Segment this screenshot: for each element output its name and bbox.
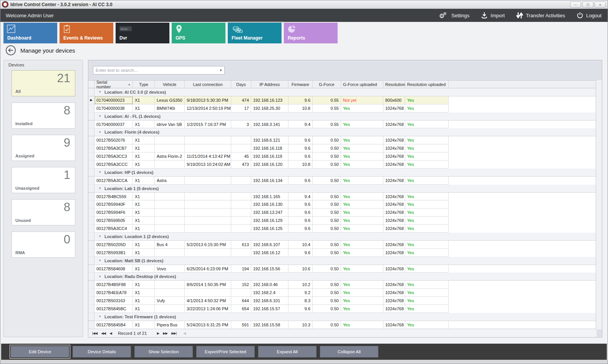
cell-type: X1 [133,121,155,129]
device-filter-card-assigned[interactable]: 9Assigned [12,135,75,161]
group-row-location-lab-1-5-devices[interactable]: ▼Location: Lab 1 (5 devices) [88,185,596,193]
topbar-action-import[interactable]: Import [481,12,505,19]
device-row[interactable]: 00127B5845B4X1Pipera Bus5/24/2013 6:31:2… [88,321,596,329]
device-row[interactable]: 00127B59940FX1192.168.16.1309.60.50Yes10… [88,200,596,208]
column-header-resolution[interactable]: Resolution [383,81,405,88]
device-row[interactable]: 00127B5993B1X1192.168.16.129.60.50Yes102… [88,249,596,257]
tab-fleet-manager[interactable]: Fleet Manager [228,23,282,43]
cell-firmware: 9.6 [288,200,313,208]
collapse-group-icon[interactable]: ▼ [98,131,101,134]
column-header-last-connection[interactable]: Last connection [185,81,231,88]
device-row[interactable]: 00127B5A3CC3X1Astra Florin-211/21/2014 4… [88,152,596,160]
device-row[interactable]: 00127B5A3CCAX1Astra192.168.16.1349.60.50… [88,177,596,185]
column-header-serial-number[interactable]: Serial number▲ [94,81,133,88]
device-row[interactable]: 00127B584608X1Vovo6/25/2014 6:23:09 PM19… [88,265,596,273]
tab-reports[interactable]: Reports [284,23,338,43]
device-row[interactable]: 00127B4B5F88X18/6/2014 1:50:35 PM152192.… [88,281,596,289]
first-record-button[interactable]: |◀◀ [92,331,97,335]
expand-all-button[interactable]: Expand All [258,346,316,357]
column-header-vehicle[interactable]: Vehicle [155,81,185,88]
tab-events-reviews[interactable]: Events & Reviews [60,23,113,43]
column-header-g-force[interactable]: G-Force [313,81,341,88]
tab-dvr[interactable]: MERGEDvr [116,23,169,43]
collapse-group-icon[interactable]: ▼ [98,259,101,262]
last-record-button[interactable]: ▶▶| [171,331,176,335]
column-header-ip-address[interactable]: IP Address [251,81,288,88]
topbar-action-transfer-activities[interactable]: Transfer Activities [516,12,565,19]
device-row[interactable]: 017040000037X1idrive Van SB1/2/2015 7:16… [88,121,596,129]
cell-gforce: 0.50 [313,160,341,169]
device-filter-card-unused[interactable]: 8Unused [12,199,75,225]
device-row[interactable]: 00127B5A3CB7X1192.168.16.1189.60.50Yes10… [88,144,596,152]
collapse-all-button[interactable]: Collapse All [320,346,378,357]
collapse-group-icon[interactable]: ▼ [98,114,101,118]
device-row[interactable]: 00127B4BC559X1192.168.1.1659.40.50Yes102… [88,193,596,201]
cell-last_connection: 5/24/2013 6:31:25 PM [185,321,231,329]
search-input[interactable] [93,68,217,73]
row-filler [449,281,596,289]
cell-firmware: 9.6 [288,96,313,104]
group-row-location-radu-desktop-4-devices[interactable]: ▼Location: Radu Desktop (4 devices) [88,273,596,281]
device-row[interactable]: 00127B502076X1192.168.6.1219.60.50Yes102… [88,136,596,144]
device-row[interactable]: 00127B5845BCX13/22/2013 1:24:06 PM654192… [88,305,596,313]
tab-gps[interactable]: GPS [172,23,225,43]
device-filter-card-rma[interactable]: 0RMA [12,232,75,258]
prev-record-button[interactable]: ◀ [109,331,112,335]
device-row[interactable]: 00127B503163X1Vufy4/1/2013 4:50:32 PM644… [88,297,596,305]
tab-dashboard[interactable]: Dashboard [3,23,57,43]
group-row-location-al-fl-1-devices[interactable]: ▼Location: Al - FL (1 devices) [88,113,596,121]
row-gutter [88,200,94,208]
collapse-group-icon[interactable]: ▼ [98,187,101,190]
column-header-resolution-uploaded[interactable]: Resolution uploaded [405,81,449,88]
device-row[interactable]: 017040000038X1BMW740i12/19/2014 2:50:19 … [88,104,596,113]
column-header-days[interactable]: Days [231,81,251,88]
device-row[interactable]: 00127B599505X1192.168.16.1299.60.50Yes10… [88,217,596,225]
column-header-firmware[interactable]: Firmware [288,81,313,88]
device-details-button[interactable]: Device Details [73,346,131,357]
prev-page-button[interactable]: ◀◀ [101,331,106,335]
device-row[interactable]: 00127B4EEA78X1192.168.2.49.20.50Yes1024x… [88,289,596,297]
device-row[interactable]: 00127B5994F6X1192.168.13.2479.60.50Yes10… [88,208,596,217]
cell-vehicle [155,193,185,201]
device-row[interactable]: 00127B50205DX1Bus 45/2/2013 6:15:30 PM61… [88,241,596,249]
group-row-location-florin-4-devices[interactable]: ▼Location: Florin (4 devices) [88,128,596,136]
search-dropdown-icon[interactable]: ▼ [217,69,224,72]
export-print-selected-button[interactable]: Export/Print Selected [196,346,255,357]
row-gutter [88,128,94,136]
collapse-group-icon[interactable]: ▼ [98,170,101,174]
group-row-location-test-firmware-1-devices[interactable]: ▼Location: Test Firmware (1 devices) [88,313,596,321]
back-button[interactable] [6,45,16,55]
device-filter-card-all[interactable]: 21All [12,70,75,96]
vertical-scrollbar[interactable] [596,80,602,329]
cell-type: X1 [133,200,155,208]
group-row-location-hp-1-devices[interactable]: ▼Location: HP (1 devices) [88,169,596,177]
group-row-location-al-cc-3-0-2-devices[interactable]: ▼Location: Al CC 3.0 (2 devices) [88,88,596,96]
maximize-button[interactable]: ◻ [582,2,593,8]
collapse-group-icon[interactable]: ▼ [98,235,101,238]
cell-type: X1 [133,208,155,217]
next-page-button[interactable]: ▶▶ [163,331,167,335]
group-row-location-matt-sb-1-devices[interactable]: ▼Location: Matt SB (1 devices) [88,257,596,265]
cell-gforce_uploaded: Not yet [341,96,383,104]
device-filter-card-installed[interactable]: 8Installed [12,103,75,129]
next-record-button[interactable]: ▶ [157,331,159,335]
device-row[interactable]: 00127B5A3CC4X1192.168.16.1259.60.50Yes10… [88,225,596,233]
column-header-type[interactable]: Type [133,81,155,88]
row-filler [449,225,596,233]
device-row[interactable]: 00127B5A3CCCX19/19/2013 10:24:02 AM47319… [88,160,596,169]
collapse-group-icon[interactable]: ▼ [98,315,101,318]
tab-label: Dvr [119,35,127,41]
topbar-action-logout[interactable]: Logout [577,12,601,19]
show-selection-button[interactable]: Show Selection [134,346,193,357]
close-button[interactable]: x [595,2,606,8]
collapse-group-icon[interactable]: ▼ [98,90,101,94]
device-row[interactable]: ▶017040000023X1Lexus GS3509/18/2013 5:30… [88,96,596,104]
column-header-g-force-uploaded[interactable]: G-Force uploaded [341,81,383,88]
edit-device-button[interactable]: Edit Device [11,346,69,357]
group-row-location-location-1-2-devices[interactable]: ▼Location: Location 1 (2 devices) [88,233,596,241]
minimize-button[interactable]: – [570,2,581,8]
device-filter-card-unassigned[interactable]: 1Unassigned [12,167,75,193]
collapse-group-icon[interactable]: ▼ [98,275,101,278]
row-filler [449,152,596,160]
topbar-action-settings[interactable]: ⚙⚙Settings [439,11,469,20]
